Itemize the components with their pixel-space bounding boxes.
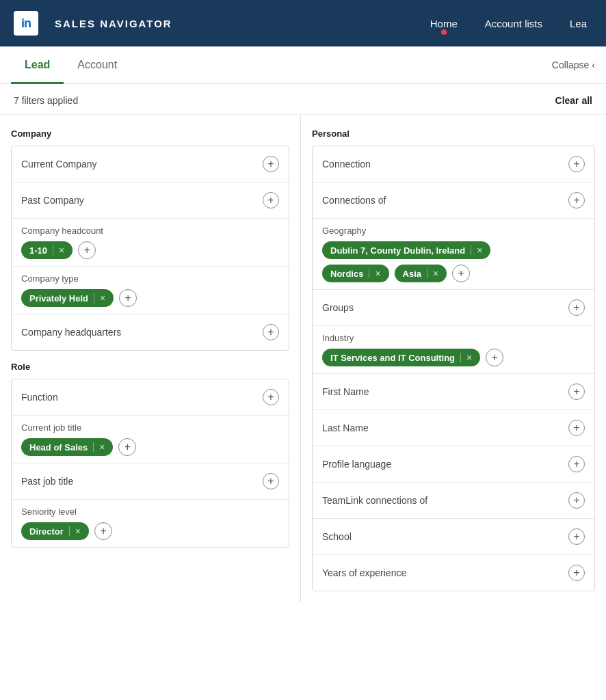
school-row: School + bbox=[313, 519, 594, 555]
personal-section-title: Personal bbox=[312, 129, 595, 139]
it-services-tag[interactable]: IT Services and IT Consulting × bbox=[322, 349, 480, 366]
past-job-add-button[interactable]: + bbox=[263, 473, 279, 489]
role-filter-section: Function + Current job title Head of Sal… bbox=[11, 379, 289, 548]
industry-tags: IT Services and IT Consulting × + bbox=[322, 349, 585, 366]
function-label: Function bbox=[21, 392, 58, 403]
tag-separator-8 bbox=[460, 353, 461, 362]
seniority-row: Seniority level Director × + bbox=[12, 500, 289, 547]
headquarters-row: Company headquarters + bbox=[12, 314, 289, 350]
collapse-button[interactable]: Collapse ‹ bbox=[552, 59, 595, 70]
function-add-button[interactable]: + bbox=[263, 389, 279, 405]
connections-of-label: Connections of bbox=[322, 195, 386, 206]
navbar: in SALES NAVIGATOR Home Account lists Le… bbox=[0, 0, 606, 46]
first-name-add-button[interactable]: + bbox=[568, 383, 585, 400]
brand-name: SALES NAVIGATOR bbox=[55, 18, 172, 29]
connection-row: Connection + bbox=[313, 146, 594, 183]
privately-held-remove-icon[interactable]: × bbox=[100, 293, 105, 304]
groups-add-button[interactable]: + bbox=[568, 299, 585, 316]
profile-language-add-button[interactable]: + bbox=[568, 456, 585, 472]
current-job-row: Current job title Head of Sales × + bbox=[12, 416, 289, 463]
headquarters-add-button[interactable]: + bbox=[263, 324, 279, 340]
headcount-row: Company headcount 1-10 × + bbox=[12, 219, 289, 267]
geography-label: Geography bbox=[322, 226, 585, 236]
headcount-tags: 1-10 × + bbox=[21, 241, 279, 259]
current-company-row: Current Company + bbox=[12, 146, 289, 183]
head-of-sales-remove-icon[interactable]: × bbox=[99, 442, 105, 453]
asia-tag[interactable]: Asia × bbox=[395, 265, 447, 282]
filter-header: 7 filters applied Clear all bbox=[0, 84, 606, 115]
headquarters-label: Company headquarters bbox=[21, 327, 121, 338]
past-job-row: Past job title + bbox=[12, 463, 289, 500]
current-job-tags: Head of Sales × + bbox=[21, 438, 279, 456]
teamlink-add-button[interactable]: + bbox=[568, 492, 585, 509]
company-type-add-button[interactable]: + bbox=[119, 289, 137, 307]
industry-add-button[interactable]: + bbox=[486, 349, 503, 366]
industry-label: Industry bbox=[322, 333, 585, 343]
headcount-tag-remove-icon[interactable]: × bbox=[59, 245, 64, 256]
company-type-label: Company type bbox=[21, 273, 279, 284]
dublin-tag[interactable]: Dublin 7, County Dublin, Ireland × bbox=[322, 241, 490, 259]
headcount-tag-1-10[interactable]: 1-10 × bbox=[21, 241, 73, 259]
geography-row: Geography Dublin 7, County Dublin, Irela… bbox=[313, 219, 594, 290]
seniority-tags: Director × + bbox=[21, 522, 279, 540]
nav-home[interactable]: Home bbox=[425, 15, 463, 32]
headcount-label: Company headcount bbox=[21, 226, 279, 236]
connections-of-add-button[interactable]: + bbox=[568, 192, 585, 208]
head-of-sales-tag[interactable]: Head of Sales × bbox=[21, 438, 113, 456]
nordics-text: Nordics bbox=[330, 269, 363, 279]
main-content: Company Current Company + Past Company +… bbox=[0, 115, 606, 602]
connection-label: Connection bbox=[322, 159, 371, 170]
headcount-tag-text: 1-10 bbox=[29, 245, 47, 256]
director-remove-icon[interactable]: × bbox=[75, 526, 81, 537]
privately-held-text: Privately Held bbox=[29, 293, 88, 304]
it-services-remove-icon[interactable]: × bbox=[466, 352, 472, 363]
personal-filter-section: Connection + Connections of + Geography … bbox=[312, 146, 595, 591]
tag-separator-2 bbox=[94, 293, 94, 303]
dublin-remove-icon[interactable]: × bbox=[477, 245, 482, 256]
current-company-label: Current Company bbox=[21, 159, 97, 170]
asia-remove-icon[interactable]: × bbox=[433, 268, 438, 279]
tab-lead[interactable]: Lead bbox=[11, 46, 64, 84]
past-company-row: Past Company + bbox=[12, 183, 289, 219]
geography-tags-2: Nordics × Asia × + bbox=[322, 265, 585, 282]
seniority-label: Seniority level bbox=[21, 507, 279, 517]
geography-add-button[interactable]: + bbox=[452, 265, 470, 282]
school-add-button[interactable]: + bbox=[568, 528, 585, 545]
asia-text: Asia bbox=[403, 269, 421, 279]
tag-separator-7 bbox=[427, 269, 427, 278]
nav-lea[interactable]: Lea bbox=[564, 15, 592, 32]
teamlink-label: TeamLink connections of bbox=[322, 495, 427, 506]
profile-language-row: Profile language + bbox=[313, 446, 594, 483]
last-name-row: Last Name + bbox=[313, 410, 594, 446]
dublin-text: Dublin 7, County Dublin, Ireland bbox=[330, 245, 465, 256]
connection-add-button[interactable]: + bbox=[568, 156, 585, 172]
company-type-tags: Privately Held × + bbox=[21, 289, 279, 307]
nordics-tag[interactable]: Nordics × bbox=[322, 265, 389, 282]
tag-separator bbox=[53, 245, 53, 255]
nav-account-lists[interactable]: Account lists bbox=[479, 15, 548, 32]
director-tag[interactable]: Director × bbox=[21, 522, 89, 540]
groups-row: Groups + bbox=[313, 290, 594, 326]
director-text: Director bbox=[29, 526, 64, 537]
current-job-label: Current job title bbox=[21, 422, 279, 433]
privately-held-tag[interactable]: Privately Held × bbox=[21, 289, 114, 307]
current-company-add-button[interactable]: + bbox=[263, 156, 279, 172]
seniority-add-button[interactable]: + bbox=[94, 522, 112, 540]
clear-all-button[interactable]: Clear all bbox=[555, 95, 592, 106]
tag-separator-3 bbox=[93, 442, 94, 452]
tab-account[interactable]: Account bbox=[64, 46, 131, 84]
last-name-add-button[interactable]: + bbox=[568, 420, 585, 436]
collapse-chevron-icon: ‹ bbox=[592, 59, 595, 70]
past-company-add-button[interactable]: + bbox=[263, 192, 279, 208]
years-experience-add-button[interactable]: + bbox=[568, 565, 585, 581]
role-section-title: Role bbox=[11, 362, 289, 372]
company-type-row: Company type Privately Held × + bbox=[12, 267, 289, 314]
groups-label: Groups bbox=[322, 302, 354, 313]
tag-separator-4 bbox=[69, 526, 70, 536]
industry-row: Industry IT Services and IT Consulting ×… bbox=[313, 326, 594, 374]
tag-separator-5 bbox=[471, 245, 471, 255]
current-job-add-button[interactable]: + bbox=[118, 438, 136, 456]
nordics-remove-icon[interactable]: × bbox=[375, 268, 380, 279]
headcount-add-button[interactable]: + bbox=[78, 241, 96, 259]
collapse-label: Collapse bbox=[552, 59, 589, 70]
